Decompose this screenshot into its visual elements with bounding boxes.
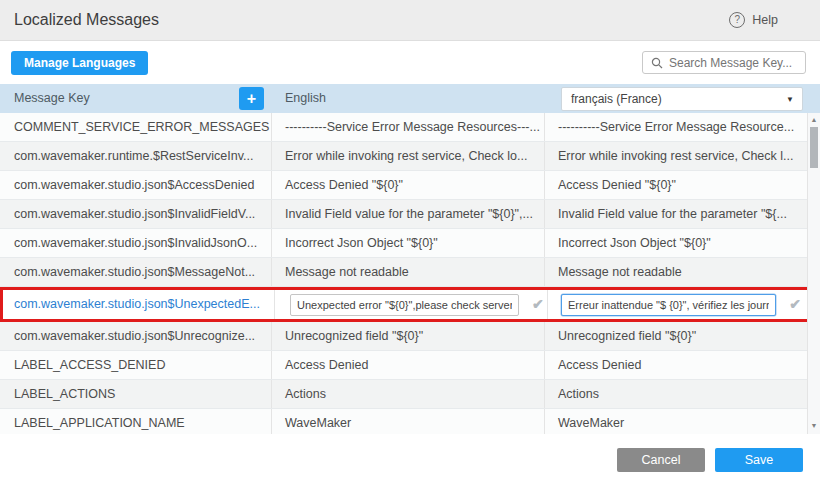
- help-label: Help: [752, 13, 778, 27]
- table-row[interactable]: com.wavemaker.runtime.$RestServiceInv...…: [0, 142, 820, 171]
- english-cell[interactable]: Message not readable: [272, 258, 545, 286]
- message-key-cell[interactable]: com.wavemaker.studio.json$Unrecognize...: [0, 322, 272, 350]
- english-cell[interactable]: Unrecognized field "${0}": [272, 322, 545, 350]
- language-select-value: français (France): [562, 92, 786, 106]
- table-row[interactable]: com.wavemaker.studio.json$InvalidFieldV.…: [0, 200, 820, 229]
- message-key-link[interactable]: com.wavemaker.studio.json$UnexpectedE...: [14, 290, 260, 319]
- save-button[interactable]: Save: [715, 448, 803, 472]
- english-cell: ✔: [275, 290, 548, 319]
- table-body: COMMENT_SERVICE_ERROR_MESSAGES----------…: [0, 113, 820, 434]
- table-row[interactable]: com.wavemaker.studio.json$InvalidJsonO..…: [0, 229, 820, 258]
- footer: Cancel Save: [0, 434, 820, 487]
- english-cell[interactable]: Access Denied "${0}": [272, 171, 545, 199]
- english-cell[interactable]: Access Denied: [272, 351, 545, 379]
- table-row[interactable]: LABEL_ACCESS_DENIEDAccess DeniedAccess D…: [0, 351, 820, 380]
- language-select[interactable]: français (France) ▼: [561, 87, 803, 111]
- table-row[interactable]: com.wavemaker.studio.json$UnexpectedE...…: [0, 287, 820, 322]
- french-cell[interactable]: Invalid Field value for the parameter "$…: [545, 200, 820, 228]
- french-cell[interactable]: Actions: [545, 380, 820, 408]
- table-row[interactable]: COMMENT_SERVICE_ERROR_MESSAGES----------…: [0, 113, 820, 142]
- message-key-cell[interactable]: LABEL_APPLICATION_NAME: [0, 409, 272, 434]
- table-row[interactable]: LABEL_APPLICATION_NAMEWaveMakerWaveMaker: [0, 409, 820, 434]
- english-cell[interactable]: ----------Service Error Message Resource…: [272, 113, 545, 141]
- table-row[interactable]: LABEL_ACTIONSActionsActions: [0, 380, 820, 409]
- help-icon: ?: [729, 12, 745, 28]
- french-cell[interactable]: WaveMaker: [545, 409, 820, 434]
- message-key-cell[interactable]: com.wavemaker.studio.json$InvalidJsonO..…: [0, 229, 272, 257]
- french-cell: ✔: [548, 290, 817, 319]
- scroll-down-icon[interactable]: ▼: [808, 422, 820, 429]
- english-cell[interactable]: WaveMaker: [272, 409, 545, 434]
- english-edit-input[interactable]: [290, 294, 519, 316]
- message-key-cell[interactable]: com.wavemaker.runtime.$RestServiceInv...: [0, 142, 272, 170]
- search-icon: [651, 57, 663, 69]
- cancel-button[interactable]: Cancel: [617, 448, 705, 472]
- french-edit-input[interactable]: [561, 294, 776, 316]
- french-cell[interactable]: Error while invoking rest service, Check…: [545, 142, 820, 170]
- french-cell[interactable]: ----------Service Error Message Resource…: [545, 113, 820, 141]
- french-cell[interactable]: Access Denied "${0}": [545, 171, 820, 199]
- table-row[interactable]: com.wavemaker.studio.json$MessageNot...M…: [0, 258, 820, 287]
- french-cell[interactable]: Unrecognized field "${0}": [545, 322, 820, 350]
- confirm-check-icon[interactable]: ✔: [532, 290, 544, 319]
- vertical-scrollbar[interactable]: ▲ ▼: [807, 113, 820, 434]
- english-cell[interactable]: Error while invoking rest service, Check…: [272, 142, 545, 170]
- english-cell[interactable]: Invalid Field value for the parameter "$…: [272, 200, 545, 228]
- table-row[interactable]: com.wavemaker.studio.json$Unrecognize...…: [0, 322, 820, 351]
- add-language-button[interactable]: +: [239, 87, 264, 110]
- message-key-cell[interactable]: LABEL_ACCESS_DENIED: [0, 351, 272, 379]
- message-key-cell[interactable]: COMMENT_SERVICE_ERROR_MESSAGES: [0, 113, 272, 141]
- search-box[interactable]: [642, 51, 806, 74]
- table-row[interactable]: com.wavemaker.studio.json$AccessDeniedAc…: [0, 171, 820, 200]
- page-title: Localized Messages: [14, 11, 159, 29]
- message-key-cell[interactable]: com.wavemaker.studio.json$UnexpectedE...: [3, 290, 275, 319]
- message-key-cell[interactable]: com.wavemaker.studio.json$AccessDenied: [0, 171, 272, 199]
- english-cell[interactable]: Incorrect Json Object "${0}": [272, 229, 545, 257]
- search-input[interactable]: [669, 56, 797, 70]
- french-cell[interactable]: Message not readable: [545, 258, 820, 286]
- table-header: Message Key + English français (France) …: [0, 84, 820, 113]
- chevron-down-icon: ▼: [786, 95, 802, 104]
- message-key-cell[interactable]: com.wavemaker.studio.json$MessageNot...: [0, 258, 272, 286]
- title-bar: Localized Messages ? Help: [0, 0, 820, 41]
- confirm-check-icon[interactable]: ✔: [789, 290, 801, 319]
- english-cell[interactable]: Actions: [272, 380, 545, 408]
- column-header-english: English: [285, 91, 326, 105]
- help-button[interactable]: ? Help: [729, 12, 778, 28]
- toolbar: Manage Languages: [0, 41, 820, 84]
- message-key-cell[interactable]: com.wavemaker.studio.json$InvalidFieldV.…: [0, 200, 272, 228]
- message-key-cell[interactable]: LABEL_ACTIONS: [0, 380, 272, 408]
- french-cell[interactable]: Incorrect Json Object "${0}": [545, 229, 820, 257]
- scrollbar-thumb[interactable]: [810, 127, 818, 168]
- manage-languages-button[interactable]: Manage Languages: [11, 51, 148, 75]
- column-header-message-key: Message Key: [14, 91, 90, 105]
- scroll-up-icon[interactable]: ▲: [808, 116, 820, 123]
- french-cell[interactable]: Access Denied: [545, 351, 820, 379]
